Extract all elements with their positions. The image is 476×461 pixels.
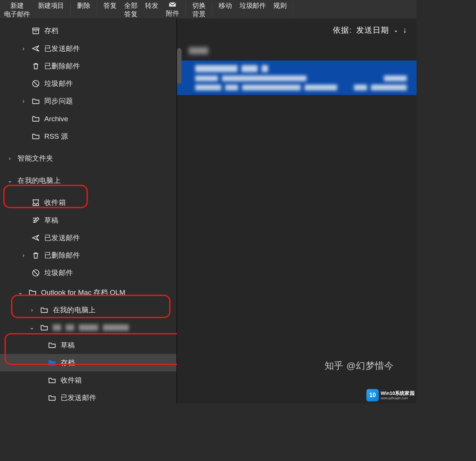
label: 新建项目 <box>38 1 64 10</box>
junk-icon <box>31 79 41 88</box>
message-list-pane: 依据: 发送日期 ⌄ ↓ 知乎 @幻梦惜今 10 Win10系统家园 <box>177 19 416 403</box>
sidebar-item-archive[interactable]: 存档 <box>0 22 176 40</box>
label: 规则 <box>273 1 286 10</box>
label: 同步问题 <box>44 96 176 106</box>
forward-button[interactable]: 转发 <box>142 1 161 10</box>
inbox-icon <box>31 198 41 207</box>
new-item-button[interactable]: 新建项目 <box>35 1 67 10</box>
svg-line-5 <box>34 81 38 86</box>
chevron-right-icon[interactable]: › <box>20 252 28 259</box>
sidebar-item-rss[interactable]: RSS 源 <box>0 128 176 145</box>
folder-icon <box>31 97 41 106</box>
chevron-right-icon[interactable]: › <box>20 98 28 104</box>
sidebar-item-sync-issues[interactable]: › 同步问题 <box>0 93 176 110</box>
sidebar-item-deep-drafts[interactable]: 草稿 <box>0 336 176 354</box>
label: Archive <box>44 115 176 123</box>
redacted <box>189 47 209 54</box>
label: Outlook for Mac 存档 OLM <box>41 288 176 297</box>
sidebar-item-archive-blurred[interactable]: ⌄ <box>0 319 176 336</box>
folder-sidebar: 存档 › 已发送邮件 已删除邮件 垃圾邮件 › 同步问题 Archive <box>0 19 177 403</box>
label: 垃圾邮件 <box>44 79 176 88</box>
separator <box>212 2 212 16</box>
label: 移动 <box>219 1 232 10</box>
folder-icon <box>40 323 49 332</box>
sort-direction-icon[interactable]: ↓ <box>403 25 407 35</box>
chevron-right-icon[interactable]: › <box>6 155 14 162</box>
message-subject-redacted <box>195 75 407 81</box>
sidebar-item-deleted-local[interactable]: › 已删除邮件 <box>0 246 176 264</box>
sidebar-item-deleted[interactable]: 已删除邮件 <box>0 57 176 75</box>
label: 草稿 <box>61 340 177 350</box>
chevron-down-icon[interactable]: ⌄ <box>28 324 36 331</box>
sidebar-item-deep-sent[interactable]: 已发送邮件 <box>0 389 176 404</box>
chevron-right-icon[interactable]: › <box>20 45 28 52</box>
chevron-right-icon[interactable]: › <box>28 307 36 313</box>
sidebar-item-archive-on-computer[interactable]: › 在我的电脑上 <box>0 301 176 319</box>
label: 已删除邮件 <box>44 251 176 260</box>
badge-icon: 10 <box>366 389 379 402</box>
label: 在我的电脑上 <box>53 305 177 315</box>
separator <box>293 2 293 16</box>
label: 已发送邮件 <box>44 233 176 243</box>
watermark-badge: 10 Win10系统家园 www.qdhuajin.com <box>366 389 415 402</box>
folder-icon <box>48 341 57 350</box>
folder-icon <box>31 114 41 123</box>
separator <box>97 2 97 16</box>
reply-all-button[interactable]: 全部 答复 <box>122 1 140 19</box>
sidebar-section-smart-folders[interactable]: › 智能文件夹 <box>0 150 176 167</box>
new-mail-button[interactable]: 新建 电子邮件 <box>1 1 33 19</box>
reply-button[interactable]: 答复 <box>101 1 119 10</box>
watermark-title: Win10系统家园 <box>381 391 415 396</box>
scrollbar[interactable] <box>177 48 181 84</box>
label: 电子邮件 <box>4 10 30 18</box>
label: 切换 <box>192 1 205 10</box>
sidebar-section-on-my-computer[interactable]: ⌄ 在我的电脑上 <box>0 172 176 189</box>
message-row-selected[interactable] <box>177 61 416 95</box>
junk-button[interactable]: 垃圾邮件 <box>237 1 268 10</box>
label: 已发送邮件 <box>61 393 177 403</box>
label: 新建 <box>10 1 23 10</box>
sidebar-item-junk-local[interactable]: 垃圾邮件 <box>0 264 176 282</box>
chevron-down-icon[interactable]: ⌄ <box>16 289 24 296</box>
main-area: 存档 › 已发送邮件 已删除邮件 垃圾邮件 › 同步问题 Archive <box>0 19 416 403</box>
attachment-button[interactable]: 附件 <box>163 1 181 18</box>
toolbar: 新建 电子邮件 新建项目 删除 答复 全部 答复 转发 附件 切换 背景 移动 … <box>0 0 416 19</box>
separator <box>186 2 186 16</box>
label-redacted <box>53 324 177 331</box>
label: 垃圾邮件 <box>239 1 266 10</box>
sort-prefix: 依据: <box>333 25 351 35</box>
sidebar-item-archive-en[interactable]: Archive <box>0 110 176 128</box>
label: 转发 <box>145 1 158 10</box>
archive-box-icon <box>31 26 41 36</box>
sidebar-item-deep-archive[interactable]: 存档 <box>0 354 176 371</box>
folder-icon <box>48 376 57 385</box>
sort-bar[interactable]: 依据: 发送日期 ⌄ ↓ <box>177 19 416 41</box>
sidebar-item-sent-local[interactable]: 已发送邮件 <box>0 229 176 246</box>
message-row[interactable] <box>177 41 416 61</box>
svg-rect-2 <box>33 30 39 33</box>
sidebar-item-inbox[interactable]: 收件箱 <box>0 194 176 212</box>
sidebar-item-sent[interactable]: › 已发送邮件 <box>0 40 176 57</box>
sidebar-item-deep-inbox[interactable]: 收件箱 <box>0 371 176 389</box>
svg-line-7 <box>34 271 38 275</box>
move-button[interactable]: 移动 <box>216 1 234 10</box>
label: 删除 <box>77 1 90 10</box>
trash-icon <box>31 61 41 71</box>
delete-button[interactable]: 删除 <box>74 1 93 10</box>
sidebar-section-outlook-archive[interactable]: ⌄ Outlook for Mac 存档 OLM <box>0 284 176 301</box>
folder-icon <box>48 393 57 403</box>
label: 全部 <box>124 1 137 10</box>
chevron-down-icon[interactable]: ⌄ <box>6 177 14 184</box>
sidebar-item-junk[interactable]: 垃圾邮件 <box>0 75 176 92</box>
sidebar-item-drafts[interactable]: 草稿 <box>0 212 176 229</box>
chevron-down-icon[interactable]: ⌄ <box>393 26 398 33</box>
label: 垃圾邮件 <box>44 268 176 278</box>
label: 答复 <box>124 10 137 18</box>
trash-icon <box>31 251 41 260</box>
junk-icon <box>31 268 41 278</box>
drafts-icon <box>31 216 41 225</box>
folder-icon <box>31 132 41 141</box>
separator <box>70 2 71 16</box>
rules-button[interactable]: 规则 <box>271 1 289 10</box>
toggle-bg-button[interactable]: 切换 背景 <box>190 1 208 19</box>
